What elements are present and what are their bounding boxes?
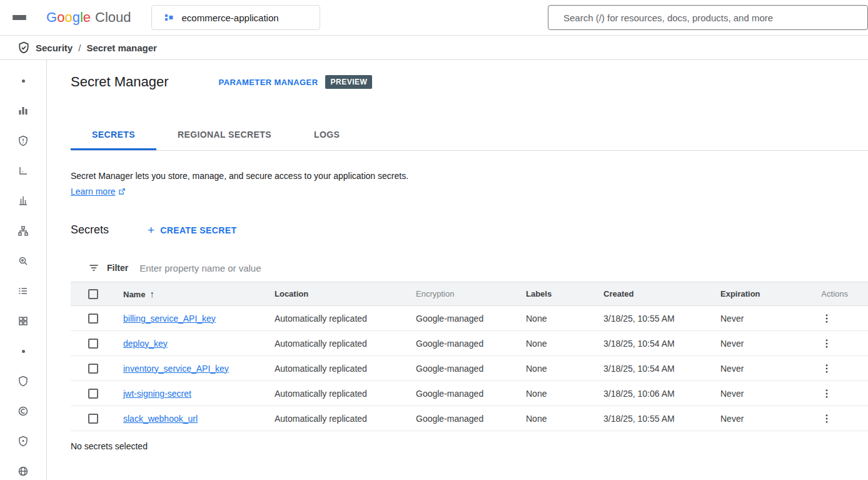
logo-letter: g	[73, 9, 80, 26]
expiration-cell: Never	[720, 331, 807, 356]
row-actions-button[interactable]: ⋮	[818, 387, 835, 400]
expiration-cell: Never	[720, 381, 807, 406]
expiration-cell: Never	[720, 306, 807, 331]
tab-regional-secrets[interactable]: REGIONAL SECRETS	[156, 120, 293, 150]
hamburger-icon	[13, 15, 30, 20]
sidebar-item-14[interactable]	[18, 466, 29, 477]
sidebar-item-2[interactable]	[18, 105, 29, 116]
secret-name-link[interactable]: billing_service_API_key	[123, 314, 216, 324]
more-vert-icon: ⋮	[822, 363, 832, 374]
breadcrumb-security[interactable]: Security	[36, 43, 73, 53]
dot-icon	[22, 79, 25, 83]
project-selector[interactable]: ecommerce-application	[151, 5, 320, 30]
breadcrumb-current-page: Secret manager	[86, 43, 157, 53]
logo-letter: G	[46, 9, 57, 26]
secret-name-link[interactable]: deploy_key	[123, 339, 168, 349]
filter-label: Filter	[107, 263, 128, 273]
row-actions-button[interactable]: ⋮	[818, 362, 835, 375]
row-checkbox[interactable]	[88, 339, 98, 349]
table-row: deploy_key Automatically replicated Goog…	[71, 331, 868, 356]
google-cloud-logo: Google Cloud	[46, 9, 131, 26]
dot-icon	[22, 350, 25, 353]
row-actions-button[interactable]: ⋮	[818, 312, 835, 325]
column-header-expiration: Expiration	[720, 282, 807, 306]
corner-bracket-icon	[18, 165, 29, 176]
labels-cell: None	[526, 381, 603, 406]
bar-chart-icon	[18, 195, 29, 207]
sidebar-item-11[interactable]	[18, 375, 29, 387]
global-search	[548, 5, 868, 30]
left-nav-rail	[0, 60, 47, 480]
sidebar-item-10[interactable]	[18, 345, 29, 357]
row-actions-button[interactable]: ⋮	[818, 412, 835, 425]
more-vert-icon: ⋮	[822, 388, 832, 399]
row-actions-button[interactable]: ⋮	[818, 337, 835, 350]
security-shield-icon	[18, 41, 30, 54]
row-checkbox[interactable]	[88, 314, 98, 324]
column-header-name[interactable]: Name↑	[123, 282, 275, 306]
sidebar-item-6[interactable]	[18, 225, 29, 237]
labels-cell: None	[526, 406, 603, 431]
location-cell: Automatically replicated	[275, 356, 416, 381]
menu-button[interactable]	[13, 10, 30, 25]
location-cell: Automatically replicated	[275, 406, 416, 431]
sidebar-item-3[interactable]	[18, 135, 29, 146]
location-cell: Automatically replicated	[275, 381, 416, 406]
row-checkbox[interactable]	[88, 364, 98, 374]
secret-name-link[interactable]: inventory_service_API_key	[123, 364, 229, 374]
selection-status-text: No secrets selected	[71, 441, 868, 451]
column-header-created: Created	[603, 282, 720, 306]
sidebar-item-9[interactable]	[18, 315, 29, 327]
learn-more-link[interactable]: Learn more	[71, 186, 126, 197]
encryption-cell: Google-managed	[416, 356, 526, 381]
table-row: jwt-signing-secret Automatically replica…	[71, 381, 868, 406]
sidebar-item-1[interactable]	[18, 75, 29, 86]
tab-secrets[interactable]: SECRETS	[71, 120, 156, 150]
encryption-cell: Google-managed	[416, 331, 526, 356]
location-cell: Automatically replicated	[275, 306, 416, 331]
encryption-cell: Google-managed	[416, 306, 526, 331]
secret-name-link[interactable]: slack_webhook_url	[123, 414, 198, 424]
tab-logs[interactable]: LOGS	[293, 120, 361, 150]
table-row: slack_webhook_url Automatically replicat…	[71, 406, 868, 431]
grid-icon	[18, 315, 29, 327]
secrets-heading: Secrets	[71, 223, 109, 237]
encryption-cell: Google-managed	[416, 381, 526, 406]
globe-shield-icon	[18, 466, 29, 477]
row-checkbox[interactable]	[88, 389, 98, 399]
sort-ascending-icon: ↑	[149, 289, 154, 299]
logo-letter: o	[64, 9, 72, 26]
create-secret-button[interactable]: + CREATE SECRET	[148, 224, 237, 236]
logo-letter: e	[83, 9, 91, 26]
breadcrumb-separator: /	[78, 43, 81, 53]
expiration-cell: Never	[720, 406, 807, 431]
sidebar-item-4[interactable]	[18, 165, 29, 176]
tab-bar: SECRETS REGIONAL SECRETS LOGS	[71, 120, 868, 151]
parameter-manager-link[interactable]: PARAMETER MANAGER	[219, 78, 318, 87]
project-name: ecommerce-application	[182, 13, 279, 23]
bar-grid-icon	[18, 105, 29, 116]
more-vert-icon: ⋮	[822, 338, 832, 349]
main-content: Secret Manager PARAMETER MANAGER PREVIEW…	[47, 60, 868, 480]
created-cell: 3/18/25, 10:55 AM	[603, 306, 720, 331]
search-input[interactable]	[563, 13, 857, 23]
hierarchy-icon	[18, 225, 29, 237]
more-vert-icon: ⋮	[822, 413, 832, 424]
sidebar-item-12[interactable]	[18, 406, 29, 417]
sidebar-item-13[interactable]	[18, 436, 29, 447]
secrets-table: Name↑ Location Encryption Labels Created…	[71, 282, 868, 431]
encryption-cell: Google-managed	[416, 406, 526, 431]
sidebar-item-5[interactable]	[18, 195, 29, 207]
external-link-icon	[118, 188, 126, 195]
labels-cell: None	[526, 331, 603, 356]
project-icon	[163, 12, 174, 23]
row-checkbox[interactable]	[88, 414, 98, 424]
sidebar-item-7[interactable]	[18, 255, 29, 267]
column-header-actions: Actions	[807, 282, 868, 306]
filter-input[interactable]	[139, 263, 868, 273]
secret-name-link[interactable]: jwt-signing-secret	[123, 389, 191, 399]
select-all-checkbox[interactable]	[88, 289, 98, 299]
filter-icon	[88, 262, 99, 273]
labels-cell: None	[526, 306, 603, 331]
sidebar-item-8[interactable]	[18, 285, 29, 297]
